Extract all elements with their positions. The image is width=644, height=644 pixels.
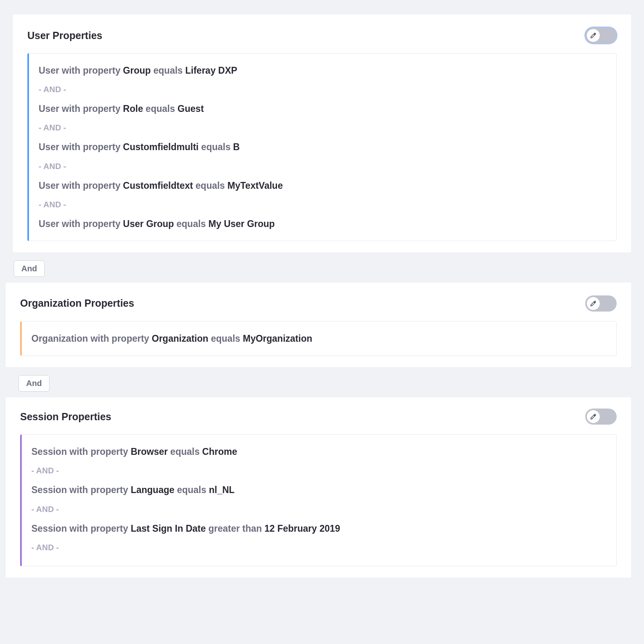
inner-connector: - AND - xyxy=(31,460,607,481)
rule-line: User with property Customfieldtext equal… xyxy=(39,177,607,194)
panel-header: User Properties xyxy=(27,27,617,43)
user-properties-panel: User Properties User with property Group… xyxy=(13,14,631,252)
inner-connector: - AND - xyxy=(39,79,607,100)
panel-header: Session Properties xyxy=(20,409,617,425)
inner-connector: - AND - xyxy=(39,118,607,138)
edit-toggle[interactable] xyxy=(585,27,617,43)
panel-title: Organization Properties xyxy=(20,297,134,309)
rule-line: User with property Customfieldmulti equa… xyxy=(39,138,607,156)
inner-connector: - AND - xyxy=(39,156,607,177)
outer-connector-button[interactable]: And xyxy=(19,375,50,392)
session-rules-box: Session with property Browser equals Chr… xyxy=(20,434,617,566)
session-properties-panel: Session Properties Session with property… xyxy=(6,397,631,578)
edit-toggle[interactable] xyxy=(585,409,617,425)
pencil-icon xyxy=(587,29,600,42)
inner-connector: - AND - xyxy=(31,537,607,558)
panel-header: Organization Properties xyxy=(20,295,617,312)
rule-line: Organization with property Organization … xyxy=(31,330,607,347)
pencil-icon xyxy=(587,297,600,310)
pencil-icon xyxy=(587,410,600,423)
panel-title: Session Properties xyxy=(20,411,111,423)
outer-connector-button[interactable]: And xyxy=(14,260,45,277)
organization-properties-panel: Organization Properties Organization wit… xyxy=(6,283,631,367)
panel-title: User Properties xyxy=(27,30,102,41)
rule-line: Session with property Language equals nl… xyxy=(31,481,607,499)
user-rules-box: User with property Group equals Liferay … xyxy=(27,53,617,241)
rule-line: Session with property Last Sign In Date … xyxy=(31,520,607,537)
rule-line: User with property Role equals Guest xyxy=(39,100,607,118)
rule-line: Session with property Browser equals Chr… xyxy=(31,443,607,460)
edit-toggle[interactable] xyxy=(585,295,617,312)
inner-connector: - AND - xyxy=(31,499,607,520)
inner-connector: - AND - xyxy=(39,194,607,215)
org-rules-box: Organization with property Organization … xyxy=(20,321,617,356)
rule-line: User with property Group equals Liferay … xyxy=(39,62,607,79)
rule-line: User with property User Group equals My … xyxy=(39,215,607,233)
